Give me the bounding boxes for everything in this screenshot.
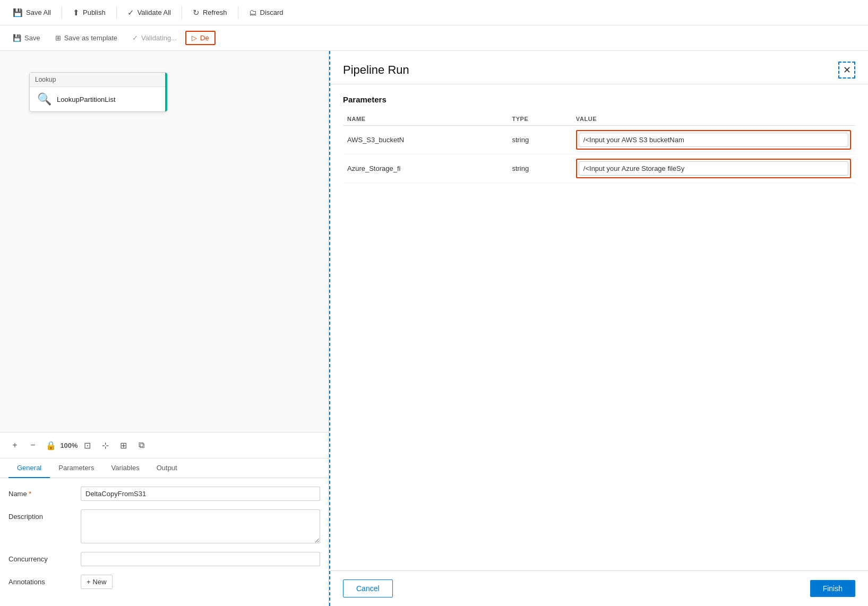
param-type-0: string xyxy=(508,126,571,154)
refresh-button[interactable]: ↻ Refresh xyxy=(186,5,234,21)
param-value-wrapper-0 xyxy=(576,130,851,150)
main-content: Lookup 🔍 LookupPartitionList + − 🔒 100 xyxy=(0,51,868,606)
publish-button[interactable]: ⬆ Publish xyxy=(66,5,112,21)
save-template-button[interactable]: ⊞ Save as template xyxy=(49,31,124,45)
dialog-close-button[interactable]: ✕ xyxy=(838,62,855,79)
finish-button[interactable]: Finish xyxy=(810,580,855,597)
col-value-header: VALUE xyxy=(572,112,855,126)
lookup-icon: 🔍 xyxy=(37,92,51,106)
select-button[interactable]: ⊹ xyxy=(97,437,114,454)
param-value-cell-0 xyxy=(572,126,855,154)
divider-4 xyxy=(238,6,238,19)
tab-variables[interactable]: Variables xyxy=(102,458,148,478)
concurrency-row: Concurrency xyxy=(8,552,320,566)
description-row: Description xyxy=(8,509,320,543)
save-template-label: Save as template xyxy=(64,34,117,42)
secondary-toolbar: 💾 Save ⊞ Save as template ✓ Validating..… xyxy=(0,25,868,51)
auto-layout-button[interactable]: ⊞ xyxy=(115,437,132,454)
col-type-header: TYPE xyxy=(508,112,571,126)
zoom-out-button[interactable]: − xyxy=(24,437,41,454)
lock-button[interactable]: 🔒 xyxy=(42,437,59,454)
auto-layout-icon: ⊞ xyxy=(120,440,127,451)
validate-all-label: Validate All xyxy=(137,8,171,16)
validate-icon: ✓ xyxy=(127,8,134,18)
save-all-button[interactable]: 💾 Save All xyxy=(6,5,57,21)
fit-view-icon: ⊡ xyxy=(84,440,91,451)
param-value-wrapper-1 xyxy=(576,159,851,178)
fit-view-button[interactable]: ⊡ xyxy=(79,437,96,454)
divider-2 xyxy=(116,6,117,19)
node-success-bar xyxy=(165,73,167,111)
concurrency-input[interactable] xyxy=(81,552,320,566)
save-button[interactable]: 💾 Save xyxy=(6,31,47,45)
param-name-1: Azure_Storage_fi xyxy=(343,154,508,183)
divider-1 xyxy=(62,6,62,19)
debug-label: De xyxy=(200,34,209,42)
new-label: New xyxy=(93,578,107,586)
description-label: Description xyxy=(8,509,72,521)
dialog-body: Parameters NAME TYPE VALUE AWS_S3_bucket… xyxy=(330,84,868,570)
zoom-fit-button[interactable]: 100% xyxy=(61,437,78,454)
zoom-in-button[interactable]: + xyxy=(6,437,23,454)
col-name-header: NAME xyxy=(343,112,508,126)
debug-button[interactable]: ▷ De xyxy=(185,31,216,45)
discard-button[interactable]: 🗂 Discard xyxy=(243,5,290,20)
concurrency-label: Concurrency xyxy=(8,552,72,563)
node-body: 🔍 LookupPartitionList xyxy=(30,87,167,111)
top-toolbar: 💾 Save All ⬆ Publish ✓ Validate All ↻ Re… xyxy=(0,0,868,25)
dialog-header: Pipeline Run ✕ xyxy=(330,51,868,84)
zoom-fit-icon: 100% xyxy=(60,441,78,449)
annotations-row: Annotations + New xyxy=(8,575,320,589)
node-header: Lookup xyxy=(30,73,167,87)
description-input[interactable] xyxy=(81,509,320,543)
zoom-out-icon: − xyxy=(30,440,35,450)
refresh-icon: ↻ xyxy=(193,8,200,18)
publish-icon: ⬆ xyxy=(73,8,80,18)
prop-tabs: General Parameters Variables Output xyxy=(0,458,329,478)
save-all-label: Save All xyxy=(26,8,51,16)
dialog-title: Pipeline Run xyxy=(343,63,409,77)
param-value-input-1[interactable] xyxy=(579,161,848,176)
param-type-1: string xyxy=(508,154,571,183)
name-input[interactable] xyxy=(81,487,320,501)
publish-label: Publish xyxy=(83,8,106,16)
save-icon: 💾 xyxy=(13,34,21,42)
annotations-actions: + New xyxy=(81,575,113,589)
canvas-toolbar: + − 🔒 100% ⊡ ⊹ ⊞ ⧉ xyxy=(0,432,329,458)
param-row-0: AWS_S3_bucketN string xyxy=(343,126,855,154)
divider-3 xyxy=(182,6,182,19)
pipeline-run-panel: Pipeline Run ✕ Parameters NAME TYPE VALU… xyxy=(329,51,868,606)
lookup-node[interactable]: Lookup 🔍 LookupPartitionList xyxy=(29,72,167,112)
new-annotation-button[interactable]: + New xyxy=(81,575,113,589)
save-all-icon: 💾 xyxy=(13,8,23,18)
validate-all-button[interactable]: ✓ Validate All xyxy=(121,5,177,21)
name-row: Name * xyxy=(8,487,320,501)
lock-icon: 🔒 xyxy=(46,440,56,451)
template-icon: ⊞ xyxy=(55,34,61,42)
params-subtitle: Parameters xyxy=(343,95,855,104)
debug-play-icon: ▷ xyxy=(192,34,197,42)
left-panel: Lookup 🔍 LookupPartitionList + − 🔒 100 xyxy=(0,51,329,606)
refresh-label: Refresh xyxy=(203,8,227,16)
tab-general[interactable]: General xyxy=(8,458,50,478)
prop-content: Name * Description Concurrency Annotatio… xyxy=(0,478,329,606)
validating-icon: ✓ xyxy=(132,34,138,42)
annotations-label: Annotations xyxy=(8,575,72,586)
node-type-label: Lookup xyxy=(35,76,56,83)
tab-parameters[interactable]: Parameters xyxy=(50,458,102,478)
zoom-in-icon: + xyxy=(12,440,17,450)
param-value-cell-1 xyxy=(572,154,855,183)
node-name-label: LookupPartitionList xyxy=(57,96,116,103)
validating-button: ✓ Validating... xyxy=(126,31,183,45)
param-value-input-0[interactable] xyxy=(579,133,848,147)
copy-icon: ⧉ xyxy=(139,440,144,450)
cancel-button[interactable]: Cancel xyxy=(343,579,393,598)
tab-output[interactable]: Output xyxy=(148,458,186,478)
canvas-area[interactable]: Lookup 🔍 LookupPartitionList xyxy=(0,51,329,432)
params-table: NAME TYPE VALUE AWS_S3_bucketN string Az… xyxy=(343,112,855,183)
save-label: Save xyxy=(24,34,40,42)
name-label: Name * xyxy=(8,487,72,498)
select-icon: ⊹ xyxy=(102,440,109,451)
discard-icon: 🗂 xyxy=(249,8,257,17)
copy-button[interactable]: ⧉ xyxy=(133,437,150,454)
